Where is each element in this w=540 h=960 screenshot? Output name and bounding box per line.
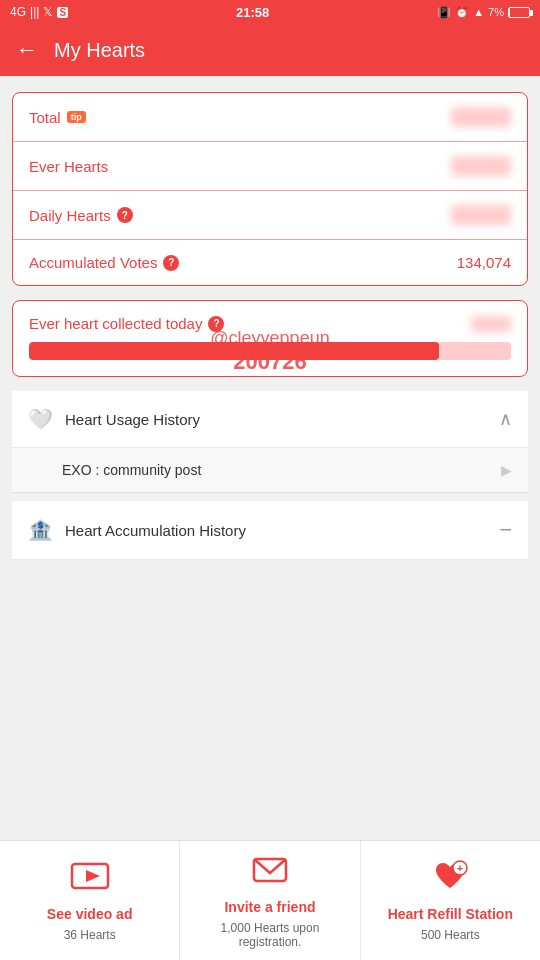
s-icon: S bbox=[57, 7, 68, 18]
video-ad-sublabel: 36 Hearts bbox=[64, 928, 116, 942]
invite-friend-button[interactable]: Invite a friend 1,000 Hearts upon regist… bbox=[180, 841, 360, 960]
heart-refill-label: Heart Refill Station bbox=[388, 906, 513, 922]
svg-marker-1 bbox=[86, 870, 100, 882]
exo-sub-item[interactable]: EXO : community post ▶ bbox=[12, 448, 528, 493]
progress-bar-fill bbox=[29, 342, 439, 360]
total-label: Total tip bbox=[29, 109, 86, 126]
heart-accumulation-section: 🏦 Heart Accumulation History − bbox=[12, 501, 528, 560]
video-ad-label: See video ad bbox=[47, 906, 133, 922]
accumulated-votes-help-icon[interactable]: ? bbox=[163, 255, 179, 271]
invite-sublabel: 1,000 Hearts upon registration. bbox=[188, 921, 351, 949]
battery-pct: 7% bbox=[488, 6, 504, 18]
accumulated-votes-row: Accumulated Votes ? 134,074 bbox=[13, 240, 527, 285]
heart-accumulation-minus: − bbox=[499, 517, 512, 543]
today-card: Ever heart collected today ? @cleyyeppeu… bbox=[12, 300, 528, 377]
twitter-icon: 𝕏 bbox=[43, 5, 53, 19]
heart-refill-icon: + bbox=[430, 860, 470, 900]
svg-text:+: + bbox=[457, 862, 463, 874]
daily-hearts-help-icon[interactable]: ? bbox=[117, 207, 133, 223]
heart-accumulation-left: 🏦 Heart Accumulation History bbox=[28, 518, 246, 542]
daily-hearts-row: Daily Hearts ? bbox=[13, 191, 527, 240]
main-content: Total tip Ever Hearts Daily Hearts ? Acc… bbox=[0, 76, 540, 840]
progress-bar-bg bbox=[29, 342, 511, 360]
daily-hearts-value bbox=[451, 205, 511, 225]
vibrate-icon: 📳 bbox=[437, 6, 451, 19]
exo-arrow: ▶ bbox=[501, 462, 512, 478]
battery-icon bbox=[508, 7, 530, 18]
total-value bbox=[451, 107, 511, 127]
heart-usage-section: 🤍 Heart Usage History ∧ EXO : community … bbox=[12, 391, 528, 493]
ever-hearts-value bbox=[451, 156, 511, 176]
heart-usage-label: Heart Usage History bbox=[65, 411, 200, 428]
status-right: 📳 ⏰ ▲ 7% bbox=[437, 6, 530, 19]
heart-accumulation-item[interactable]: 🏦 Heart Accumulation History − bbox=[12, 501, 528, 560]
wifi-icon: ▲ bbox=[473, 6, 484, 18]
bottom-bar: See video ad 36 Hearts Invite a friend 1… bbox=[0, 840, 540, 960]
see-video-ad-button[interactable]: See video ad 36 Hearts bbox=[0, 841, 180, 960]
status-bar: 4G ||| 𝕏 S 21:58 📳 ⏰ ▲ 7% bbox=[0, 0, 540, 24]
heart-refill-button[interactable]: + Heart Refill Station 500 Hearts bbox=[361, 841, 540, 960]
heart-accumulation-label: Heart Accumulation History bbox=[65, 522, 246, 539]
invite-icon bbox=[250, 853, 290, 893]
divider-1 bbox=[12, 493, 528, 501]
heart-usage-chevron: ∧ bbox=[499, 408, 512, 430]
status-time: 21:58 bbox=[236, 5, 269, 20]
heart-usage-left: 🤍 Heart Usage History bbox=[28, 407, 200, 431]
tip-badge: tip bbox=[67, 111, 86, 123]
header: ← My Hearts bbox=[0, 24, 540, 76]
stats-card: Total tip Ever Hearts Daily Hearts ? Acc… bbox=[12, 92, 528, 286]
today-help-icon[interactable]: ? bbox=[208, 316, 224, 332]
daily-hearts-label: Daily Hearts ? bbox=[29, 207, 133, 224]
accumulated-votes-value: 134,074 bbox=[457, 254, 511, 271]
progress-container: @cleyyeppeun 200726 bbox=[29, 342, 511, 360]
video-ad-icon bbox=[70, 860, 110, 900]
total-row: Total tip bbox=[13, 93, 527, 142]
network-label: 4G bbox=[10, 5, 26, 19]
invite-label: Invite a friend bbox=[224, 899, 315, 915]
ever-hearts-label: Ever Hearts bbox=[29, 158, 108, 175]
heart-refill-sublabel: 500 Hearts bbox=[421, 928, 480, 942]
back-button[interactable]: ← bbox=[16, 37, 38, 63]
ever-hearts-row: Ever Hearts bbox=[13, 142, 527, 191]
signal-bars: ||| bbox=[30, 5, 39, 19]
heart-accumulation-icon: 🏦 bbox=[28, 518, 53, 542]
today-value-blurred bbox=[471, 316, 511, 332]
status-left: 4G ||| 𝕏 S bbox=[10, 5, 68, 19]
exo-label: EXO : community post bbox=[62, 462, 201, 478]
page-title: My Hearts bbox=[54, 39, 145, 62]
heart-usage-item[interactable]: 🤍 Heart Usage History ∧ bbox=[12, 391, 528, 448]
heart-usage-icon: 🤍 bbox=[28, 407, 53, 431]
accumulated-votes-label: Accumulated Votes ? bbox=[29, 254, 179, 271]
alarm-icon: ⏰ bbox=[455, 6, 469, 19]
today-label: Ever heart collected today ? bbox=[29, 315, 511, 332]
